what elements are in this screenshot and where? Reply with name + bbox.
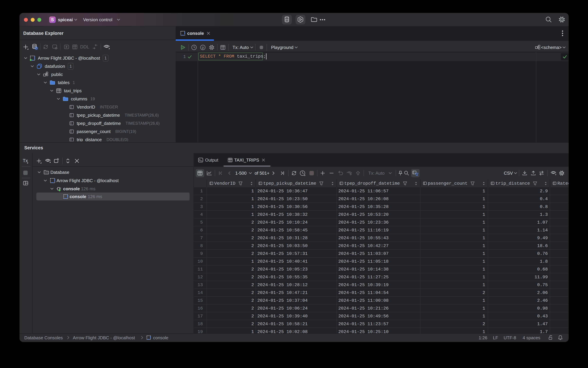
svg-text:Tx: Tx bbox=[23, 158, 28, 163]
svg-text:p: p bbox=[202, 46, 204, 50]
